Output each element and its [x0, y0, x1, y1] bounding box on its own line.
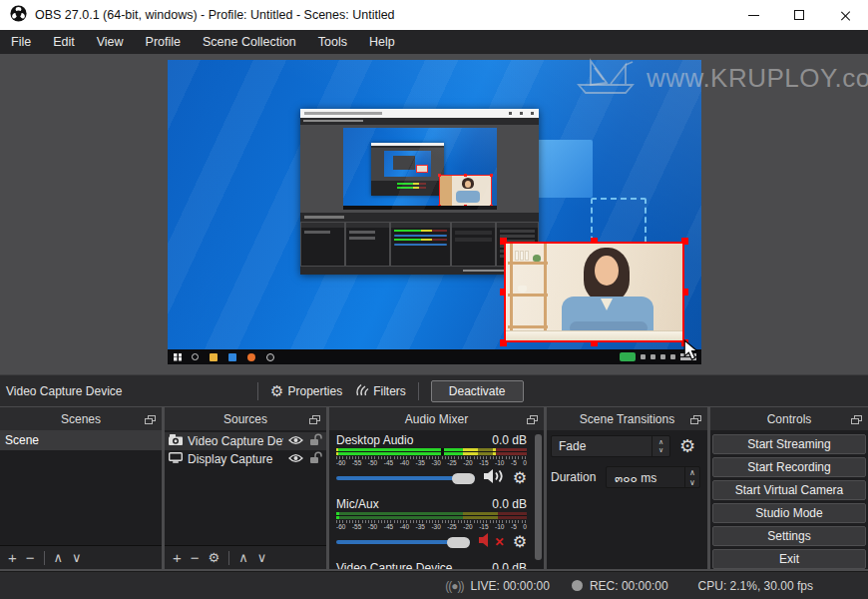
close-button[interactable]	[822, 0, 868, 30]
detach-icon[interactable]	[690, 414, 701, 428]
channel-db: 0.0 dB	[492, 497, 527, 511]
minimize-button[interactable]	[730, 0, 776, 30]
browser-icon	[247, 353, 255, 361]
volume-slider[interactable]	[336, 540, 470, 544]
remove-scene-button[interactable]: −	[26, 550, 35, 565]
maximize-button[interactable]	[776, 0, 822, 30]
maximize-icon	[794, 10, 804, 20]
mouse-cursor	[683, 339, 699, 364]
cpu-fps-status: CPU: 2.1%, 30.00 fps	[698, 579, 813, 593]
detach-icon[interactable]	[527, 414, 538, 428]
channel-gear-icon[interactable]: ⚙	[513, 534, 527, 550]
audio-mixer-panel-header[interactable]: Audio Mixer	[329, 407, 544, 430]
add-source-button[interactable]: +	[173, 550, 182, 565]
obs-tray-icon	[266, 353, 274, 361]
move-source-up-button[interactable]: ∧	[238, 551, 248, 564]
preview-canvas[interactable]	[168, 60, 701, 364]
mixer-channel-video-capture: Video Capture Device 0.0 dB	[329, 558, 534, 569]
move-scene-up-button[interactable]: ∧	[54, 551, 64, 564]
menu-edit[interactable]: Edit	[42, 30, 86, 54]
deactivate-button[interactable]: Deactivate	[431, 380, 524, 402]
visibility-eye-icon[interactable]	[288, 452, 303, 466]
visibility-eye-icon[interactable]	[288, 434, 303, 448]
sources-panel: Sources Video Capture Device	[165, 407, 326, 569]
broadcast-icon: ((●))	[445, 579, 463, 593]
sources-toolbar: + − ⚙ ∧ ∨	[165, 545, 326, 569]
separator	[418, 382, 419, 400]
menu-help[interactable]: Help	[358, 30, 406, 54]
nested-obs-window	[371, 143, 444, 196]
scene-transitions-panel-header[interactable]: Scene Transitions	[547, 407, 707, 430]
menu-file[interactable]: File	[0, 30, 42, 54]
channel-db: 0.0 dB	[492, 433, 527, 447]
transition-gear-icon[interactable]: ⚙	[679, 437, 695, 455]
transition-select[interactable]: Fade ∧∨	[551, 435, 670, 457]
move-scene-down-button[interactable]: ∨	[72, 551, 82, 564]
spin-up-icon[interactable]: ∧	[685, 467, 699, 477]
remove-source-button[interactable]: −	[191, 550, 200, 565]
speaker-icon[interactable]	[483, 468, 505, 488]
photos-icon	[228, 353, 236, 361]
title-bar: OBS 27.0.1 (64-bit, windows) - Profile: …	[0, 0, 868, 30]
settings-button[interactable]: Settings	[712, 526, 866, 546]
scene-transitions-panel: Scene Transitions Fade ∧∨ ⚙ Duration ๓๐๐…	[547, 407, 707, 569]
window-controls	[730, 0, 868, 30]
volume-slider-thumb[interactable]	[447, 537, 470, 548]
status-bar: ((●)) LIVE: 00:00:00 REC: 00:00:00 CPU: …	[0, 571, 868, 599]
source-row-display-capture[interactable]: Display Capture	[165, 450, 326, 468]
spin-down-icon[interactable]: ∨	[685, 477, 699, 487]
scenes-toolbar: + − ∧ ∨	[0, 545, 162, 569]
detach-icon[interactable]	[145, 414, 156, 428]
source-properties-button[interactable]: ⚙	[209, 551, 220, 564]
menu-scene-collection[interactable]: Scene Collection	[192, 30, 307, 54]
scenes-panel: Scenes Scene + − ∧ ∨	[0, 407, 162, 569]
volume-slider[interactable]	[336, 476, 475, 480]
combo-arrows-icon[interactable]: ∧∨	[651, 436, 669, 456]
meter-scale: -60-55-50-45-40-35-30-25-20-15-10-50	[336, 459, 527, 467]
webcam-source-selected[interactable]	[504, 242, 684, 342]
channel-gear-icon[interactable]: ⚙	[513, 470, 527, 486]
scenes-panel-header[interactable]: Scenes	[0, 407, 162, 430]
start-recording-button[interactable]: Start Recording	[712, 457, 866, 477]
audio-mixer-panel: Audio Mixer Desktop Audio 0.0 dB -60-55-…	[329, 407, 544, 569]
filter-icon	[354, 382, 369, 399]
mixer-channel-desktop-audio: Desktop Audio 0.0 dB -60-55-50-45-40-35-…	[329, 430, 534, 488]
detach-icon[interactable]	[309, 414, 320, 428]
controls-panel-header[interactable]: Controls	[710, 407, 868, 430]
start-streaming-button[interactable]: Start Streaming	[712, 434, 866, 454]
speaker-muted-icon[interactable]	[478, 532, 492, 552]
menu-view[interactable]: View	[86, 30, 135, 54]
volume-meter	[336, 512, 527, 519]
channel-name: Video Capture Device	[336, 561, 453, 570]
record-dot-icon	[572, 580, 583, 591]
nested-webcam-overlay	[439, 175, 492, 207]
move-source-down-button[interactable]: ∨	[257, 551, 267, 564]
volume-slider-thumb[interactable]	[452, 473, 475, 484]
menu-tools[interactable]: Tools	[307, 30, 358, 54]
detach-icon[interactable]	[851, 414, 862, 428]
folder-icon	[210, 353, 217, 361]
separator	[257, 382, 258, 400]
lock-open-icon[interactable]	[309, 433, 322, 449]
properties-button[interactable]: ⚙ Properties	[270, 383, 342, 398]
sources-panel-header[interactable]: Sources	[165, 407, 326, 430]
duration-spinbox[interactable]: ๓๐๐ ms ∧ ∨	[606, 466, 700, 488]
controls-panel: Controls Start Streaming Start Recording…	[710, 407, 868, 569]
menu-profile[interactable]: Profile	[135, 30, 192, 54]
exit-button[interactable]: Exit	[712, 549, 866, 569]
scene-list-item[interactable]: Scene	[0, 430, 162, 450]
selected-source-label: Video Capture Device	[6, 384, 123, 398]
start-virtual-camera-button[interactable]: Start Virtual Camera	[712, 480, 866, 500]
add-scene-button[interactable]: +	[8, 550, 17, 565]
lock-open-icon[interactable]	[309, 451, 322, 467]
studio-mode-button[interactable]: Studio Mode	[712, 503, 866, 523]
source-row-video-capture[interactable]: Video Capture Device	[165, 432, 326, 450]
channel-name: Desktop Audio	[336, 433, 413, 447]
duration-label: Duration	[551, 470, 596, 484]
captured-taskbar	[168, 349, 701, 364]
captured-obs-preview	[343, 128, 497, 210]
start-icon	[174, 353, 182, 361]
filters-button[interactable]: Filters	[354, 382, 406, 399]
source-toolbar: Video Capture Device ⚙ Properties Filter…	[0, 374, 868, 406]
mixer-scrollbar[interactable]	[535, 434, 542, 560]
